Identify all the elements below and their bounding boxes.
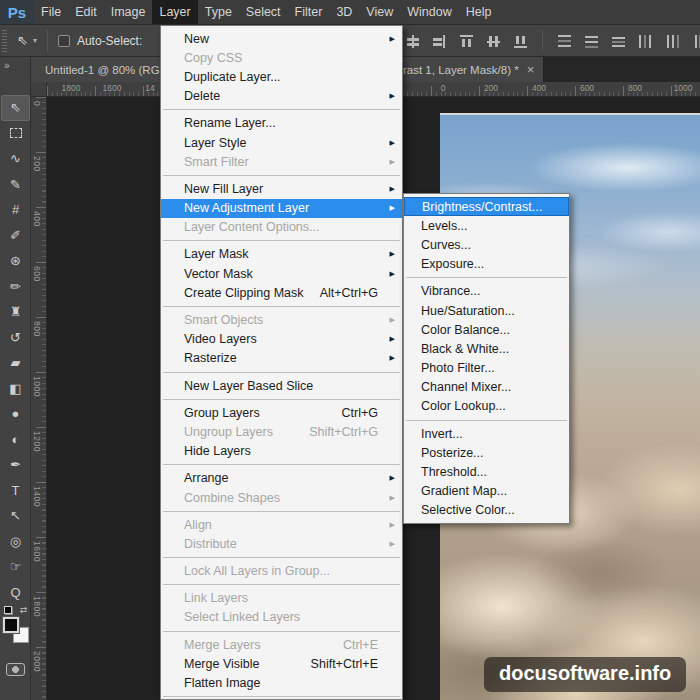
- collapse-panel-icon[interactable]: »: [0, 57, 30, 73]
- type-tool[interactable]: T: [0, 478, 31, 504]
- eyedropper-tool[interactable]: ✐: [0, 223, 31, 249]
- menubar-item-edit[interactable]: Edit: [68, 0, 104, 24]
- layer-menu-item-combine-shapes[interactable]: Combine Shapes▶: [161, 488, 402, 507]
- adjustment-submenu-item-invert[interactable]: Invert...: [404, 424, 569, 443]
- quick-selection-tool[interactable]: ✎: [0, 172, 31, 198]
- close-icon[interactable]: ×: [527, 63, 535, 76]
- layer-menu-item-smart-objects[interactable]: Smart Objects▶: [161, 310, 402, 329]
- menubar-item-filter[interactable]: Filter: [288, 0, 330, 24]
- menubar-item-window[interactable]: Window: [400, 0, 458, 24]
- menubar-item-image[interactable]: Image: [104, 0, 153, 24]
- layer-menu-item-new-fill-layer[interactable]: New Fill Layer▶: [161, 179, 402, 198]
- adjustment-submenu-item-selective-color[interactable]: Selective Color...: [404, 501, 569, 520]
- adjustment-submenu-item-brightness-contrast[interactable]: Brightness/Contrast...: [404, 197, 569, 216]
- quick-mask-button[interactable]: [6, 663, 25, 676]
- layer-menu-item-distribute[interactable]: Distribute▶: [161, 534, 402, 553]
- clone-stamp-tool[interactable]: ♜: [0, 299, 31, 325]
- layer-menu-item-layer-style[interactable]: Layer Style▶: [161, 133, 402, 152]
- move-tool[interactable]: ⇖: [1, 95, 30, 121]
- type-tool-icon: T: [12, 484, 20, 497]
- layer-menu-item-merge-layers[interactable]: Merge LayersCtrl+E: [161, 635, 402, 654]
- layer-menu-item-merge-visible[interactable]: Merge VisibleShift+Ctrl+E: [161, 654, 402, 673]
- layer-menu-item-align[interactable]: Align▶: [161, 515, 402, 534]
- lasso-tool[interactable]: ∿: [0, 146, 31, 172]
- layer-menu-item-video-layers[interactable]: Video Layers▶: [161, 330, 402, 349]
- crop-tool[interactable]: #: [0, 197, 31, 223]
- layer-menu-item-rasterize[interactable]: Rasterize▶: [161, 349, 402, 368]
- adjustment-submenu-item-vibrance[interactable]: Vibrance...: [404, 282, 569, 301]
- distribute-right-edges-icon[interactable]: [691, 34, 700, 49]
- adjustment-submenu-item-channel-mixer[interactable]: Channel Mixer...: [404, 378, 569, 397]
- menubar-item-view[interactable]: View: [359, 0, 400, 24]
- layer-menu-item-smart-filter[interactable]: Smart Filter▶: [161, 152, 402, 171]
- adjustment-submenu-item-threshold[interactable]: Threshold...: [404, 462, 569, 481]
- menubar-item-help[interactable]: Help: [459, 0, 499, 24]
- align-vertical-centers-icon[interactable]: [485, 34, 502, 49]
- align-right-edges-icon[interactable]: [431, 34, 448, 49]
- layer-menu-item-rename-layer[interactable]: Rename Layer...: [161, 114, 402, 133]
- distribute-bottom-edges-icon[interactable]: [610, 34, 627, 49]
- layer-menu-item-vector-mask[interactable]: Vector Mask▶: [161, 264, 402, 283]
- rectangular-marquee-tool[interactable]: [0, 121, 31, 147]
- zoom-tool[interactable]: Q: [0, 580, 31, 606]
- adjustment-submenu-item-gradient-map[interactable]: Gradient Map...: [404, 482, 569, 501]
- layer-menu-item-select-linked-layers[interactable]: Select Linked Layers: [161, 608, 402, 627]
- layer-menu-item-new-layer-based-slice[interactable]: New Layer Based Slice: [161, 376, 402, 395]
- layer-menu-item-arrange[interactable]: Arrange▶: [161, 469, 402, 488]
- adjustment-submenu-item-black-white[interactable]: Black & White...: [404, 339, 569, 358]
- menubar-item-select[interactable]: Select: [239, 0, 288, 24]
- adjustment-submenu-item-levels[interactable]: Levels...: [404, 216, 569, 235]
- foreground-color-swatch[interactable]: [3, 617, 19, 633]
- gradient-tool[interactable]: ◧: [0, 376, 31, 402]
- adjustment-submenu-item-posterize[interactable]: Posterize...: [404, 443, 569, 462]
- layer-menu-item-duplicate-layer[interactable]: Duplicate Layer...: [161, 67, 402, 86]
- swap-colors-icon[interactable]: ⇄: [20, 605, 28, 615]
- tool-preset-picker[interactable]: ⇖ ▾: [17, 33, 37, 48]
- spot-healing-brush-tool[interactable]: ⊛: [0, 248, 31, 274]
- default-colors-icon[interactable]: [4, 606, 13, 615]
- adjustment-submenu-item-exposure[interactable]: Exposure...: [404, 255, 569, 274]
- menubar-item-type[interactable]: Type: [198, 0, 239, 24]
- adjustment-submenu-item-curves[interactable]: Curves...: [404, 235, 569, 254]
- document-tab-2[interactable]: rast 1, Layer Mask/8) * ×: [401, 57, 544, 82]
- history-brush-tool[interactable]: ↺: [0, 325, 31, 351]
- layer-menu-item-layer-mask[interactable]: Layer Mask▶: [161, 245, 402, 264]
- adjustment-submenu-item-color-balance[interactable]: Color Balance...: [404, 320, 569, 339]
- pen-tool[interactable]: ✒: [0, 452, 31, 478]
- options-grip-handle[interactable]: [2, 30, 7, 52]
- adjustment-submenu-item-color-lookup[interactable]: Color Lookup...: [404, 397, 569, 416]
- layer-menu-item-hide-layers[interactable]: Hide Layers: [161, 442, 402, 461]
- layer-menu-item-lock-all-layers-in-group[interactable]: Lock All Layers in Group...: [161, 562, 402, 581]
- eraser-tool[interactable]: ▰: [0, 350, 31, 376]
- path-selection-tool[interactable]: ↖: [0, 503, 31, 529]
- layer-menu-item-create-clipping-mask[interactable]: Create Clipping MaskAlt+Ctrl+G: [161, 283, 402, 302]
- submenu-arrow-icon: ▶: [390, 204, 395, 212]
- hand-tool[interactable]: ☞: [0, 554, 31, 580]
- align-bottom-edges-icon[interactable]: [512, 34, 529, 49]
- layer-menu-item-new[interactable]: New▶: [161, 29, 402, 48]
- adjustment-submenu-item-hue-saturation[interactable]: Hue/Saturation...: [404, 301, 569, 320]
- ellipse-tool[interactable]: ◎: [0, 529, 31, 555]
- distribute-horizontal-centers-icon[interactable]: [664, 34, 681, 49]
- menubar-item-file[interactable]: File: [34, 0, 68, 24]
- layer-menu-item-flatten-image[interactable]: Flatten Image: [161, 673, 402, 692]
- layer-menu-item-layer-content-options[interactable]: Layer Content Options...: [161, 218, 402, 237]
- align-top-edges-icon[interactable]: [458, 34, 475, 49]
- layer-menu-item-ungroup-layers[interactable]: Ungroup LayersShift+Ctrl+G: [161, 422, 402, 441]
- dodge-tool[interactable]: ◐: [0, 427, 31, 453]
- auto-select-checkbox[interactable]: [58, 35, 70, 47]
- brush-tool[interactable]: ✏: [0, 274, 31, 300]
- layer-menu-item-delete[interactable]: Delete▶: [161, 87, 402, 106]
- distribute-left-edges-icon[interactable]: [637, 34, 654, 49]
- layer-menu-item-link-layers[interactable]: Link Layers: [161, 589, 402, 608]
- layer-menu-item-copy-css[interactable]: Copy CSS: [161, 48, 402, 67]
- distribute-vertical-centers-icon[interactable]: [583, 34, 600, 49]
- blur-tool[interactable]: ●: [0, 401, 31, 427]
- menubar-item-layer[interactable]: Layer: [152, 0, 197, 24]
- layer-menu-item-group-layers[interactable]: Group LayersCtrl+G: [161, 403, 402, 422]
- menubar-item-3d[interactable]: 3D: [329, 0, 359, 24]
- align-horizontal-centers-icon[interactable]: [404, 34, 421, 49]
- adjustment-submenu-item-photo-filter[interactable]: Photo Filter...: [404, 359, 569, 378]
- layer-menu-item-new-adjustment-layer[interactable]: New Adjustment Layer▶: [161, 199, 402, 218]
- distribute-top-edges-icon[interactable]: [556, 34, 573, 49]
